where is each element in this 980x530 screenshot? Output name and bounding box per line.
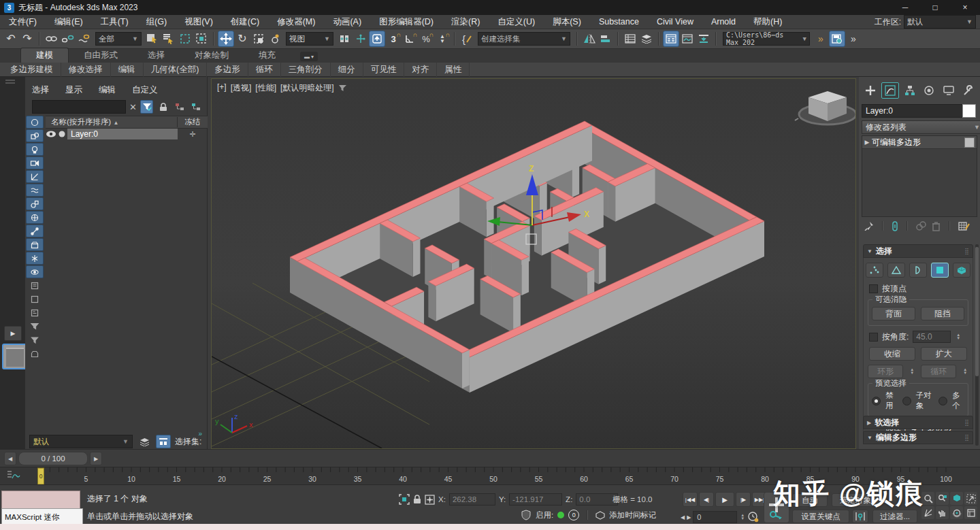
shapes-icon[interactable] xyxy=(26,129,44,142)
zoom-region-icon[interactable] xyxy=(964,492,977,505)
selection-filter-combo[interactable]: 全部▼ xyxy=(95,32,142,46)
orbit-icon[interactable] xyxy=(950,506,963,519)
preset-combo[interactable]: 默认▼ xyxy=(29,435,133,448)
select-rotate-icon[interactable]: ↻ xyxy=(234,31,250,47)
create-tab-icon[interactable] xyxy=(862,82,879,99)
footer-overflow-chevron[interactable]: » xyxy=(198,430,202,437)
spacewarp-icon[interactable] xyxy=(26,184,44,197)
spinner-snap-icon[interactable]: ▲▼∩ xyxy=(434,31,451,47)
minimize-button[interactable]: ─ xyxy=(890,0,920,15)
filter-key-icon[interactable] xyxy=(26,320,44,333)
hidden-eye-icon[interactable] xyxy=(26,265,44,278)
ribbon-panel-2[interactable]: 编辑 xyxy=(111,63,144,77)
menu-item-3[interactable]: 组(G) xyxy=(137,15,176,29)
current-frame-display[interactable]: 0 / 100 xyxy=(18,452,88,465)
filter-icon[interactable] xyxy=(26,333,44,346)
ribbon-panel-0[interactable]: 多边形建模 xyxy=(3,63,61,77)
filter-funnel-icon[interactable] xyxy=(140,100,153,114)
panel-a-icon[interactable] xyxy=(26,279,44,292)
perspective-viewport[interactable]: Z X z x y [+][透视][性能][默认明暗处理] xyxy=(211,78,856,449)
transform-type-in-icon[interactable] xyxy=(425,495,435,505)
selection-lock-icon[interactable] xyxy=(413,495,421,504)
redo-icon[interactable]: ↷ xyxy=(19,31,35,47)
bone-icon[interactable] xyxy=(26,225,44,237)
toolbar-overflow-chevron[interactable]: » xyxy=(813,31,829,47)
backface-button[interactable]: 背面 xyxy=(872,307,915,320)
geometry-icon[interactable] xyxy=(26,116,44,129)
viewport-layout-thumbnail[interactable] xyxy=(2,344,28,369)
frame-number-field[interactable]: 0 xyxy=(693,511,737,523)
close-button[interactable]: × xyxy=(950,0,980,15)
object-color-swatch[interactable] xyxy=(962,104,976,118)
menu-item-8[interactable]: 图形编辑器(D) xyxy=(370,15,442,29)
show-end-result-icon[interactable] xyxy=(964,137,975,148)
motion-tab-icon[interactable] xyxy=(920,82,938,99)
panel-b-icon[interactable] xyxy=(26,306,44,319)
curve-editor-icon[interactable] xyxy=(679,31,696,47)
unlink-icon[interactable] xyxy=(60,31,76,47)
frozen-toggle[interactable]: ✛ xyxy=(178,130,208,139)
menu-item-9[interactable]: 渲染(R) xyxy=(442,15,489,29)
ribbon-toggle-icon[interactable] xyxy=(663,31,679,47)
menu-item-7[interactable]: 动画(A) xyxy=(324,15,370,29)
go-to-start-icon[interactable]: |◀◀ xyxy=(683,492,698,507)
preview-subobject-radio[interactable] xyxy=(902,397,911,405)
utilities-tab-icon[interactable] xyxy=(960,82,977,99)
ribbon-panel-7[interactable]: 细分 xyxy=(331,63,363,77)
prev-frame-icon[interactable]: ◀ xyxy=(4,452,16,465)
frame-fwd-icon[interactable]: ▶ xyxy=(687,514,691,520)
ribbon-panel-5[interactable]: 循环 xyxy=(248,63,281,77)
clear-search-icon[interactable]: ✕ xyxy=(129,102,137,112)
menu-item-0[interactable]: 文件(F) xyxy=(0,15,46,29)
vertex-mode-icon[interactable] xyxy=(866,263,883,278)
menu-item-6[interactable]: 修改器(M) xyxy=(268,15,324,29)
zoom-extents-icon[interactable] xyxy=(950,492,963,505)
panel-scrollbar[interactable] xyxy=(975,244,979,446)
viewport-filter-icon[interactable] xyxy=(338,84,347,92)
soft-selection-rollout[interactable]: ▶软选择⣿ xyxy=(863,416,973,429)
toolbar-overflow-chevron-2[interactable]: » xyxy=(845,31,862,47)
menu-item-2[interactable]: 工具(T) xyxy=(92,15,137,29)
edge-mode-icon[interactable] xyxy=(887,263,905,278)
object-name-field[interactable]: Layer:0 xyxy=(862,104,968,118)
explorer-menu-item-1[interactable]: 显示 xyxy=(65,84,82,96)
link-icon[interactable] xyxy=(44,31,60,47)
ribbon-tab-2[interactable]: 选择 xyxy=(133,48,180,63)
align-icon[interactable] xyxy=(598,31,614,47)
explorer-search-input[interactable] xyxy=(32,100,126,114)
isolate-selection-icon[interactable] xyxy=(399,494,410,505)
modify-tab-icon[interactable] xyxy=(881,82,899,99)
window-crossing-icon[interactable] xyxy=(193,31,210,47)
element-mode-icon[interactable] xyxy=(953,263,970,278)
select-move-icon[interactable] xyxy=(218,31,234,47)
container-icon[interactable] xyxy=(26,238,44,251)
ribbon-panel-8[interactable]: 可见性 xyxy=(363,63,405,77)
expand-panel-button[interactable]: ▶ xyxy=(4,326,22,341)
shrink-button[interactable]: 收缩 xyxy=(869,347,915,361)
stack-expand-icon[interactable]: ▶ xyxy=(862,139,872,146)
stack-item-editable-poly[interactable]: ▶ 可编辑多边形 xyxy=(862,136,977,149)
layer-explorer-icon[interactable] xyxy=(638,31,655,47)
select-by-name-icon[interactable] xyxy=(161,31,177,47)
pivot-icon[interactable] xyxy=(267,31,283,47)
hierarchy-mode-icon[interactable] xyxy=(189,100,202,114)
explorer-menu-item-3[interactable]: 自定义 xyxy=(132,84,158,96)
frame-spinner[interactable]: ▲▼ xyxy=(739,514,746,520)
viewport-label-part-0[interactable]: [+] xyxy=(217,82,227,94)
next-frame-step-icon[interactable]: |▶ xyxy=(736,492,751,507)
hierarchy-tab-icon[interactable] xyxy=(901,82,919,99)
viewport-label-part-3[interactable]: [默认明暗处理] xyxy=(280,82,334,94)
blank-icon[interactable] xyxy=(26,293,44,305)
light-icon[interactable] xyxy=(26,143,44,156)
by-vertex-checkbox[interactable] xyxy=(869,284,878,293)
lock-stack-icon[interactable] xyxy=(892,221,898,231)
coord-system-combo[interactable]: 视图▼ xyxy=(286,32,333,46)
maximize-viewport-icon[interactable] xyxy=(964,506,977,519)
dock-splitter[interactable] xyxy=(5,80,15,81)
ribbon-minimize-icon[interactable]: ▬ ▾ xyxy=(300,52,318,61)
explorer-row-layer0[interactable]: Layer:0 ✛ xyxy=(46,128,208,140)
angle-spinner[interactable]: ▲▼ xyxy=(955,333,962,340)
select-scale-icon[interactable] xyxy=(250,31,267,47)
menu-item-12[interactable]: Substance xyxy=(590,15,648,29)
frozen-icon[interactable] xyxy=(26,252,44,265)
